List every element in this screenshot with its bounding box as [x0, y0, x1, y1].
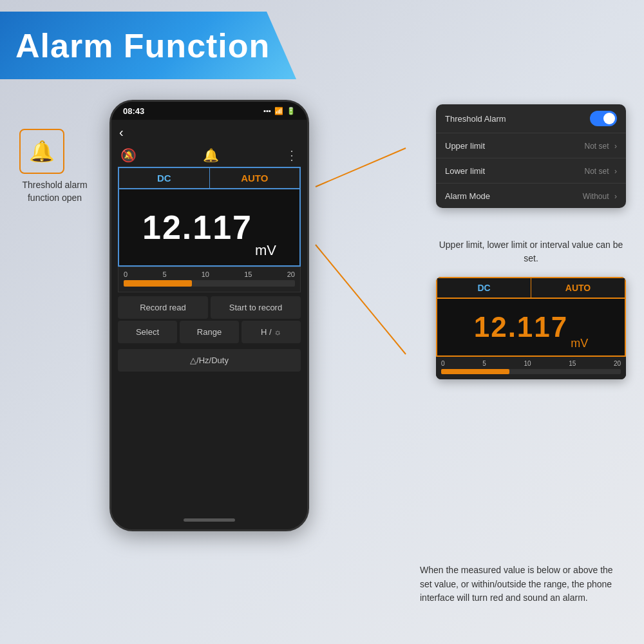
scale-10: 10 — [202, 270, 209, 278]
mini-scale-0: 0 — [441, 360, 445, 367]
hold-light-button[interactable]: H / ☼ — [242, 321, 301, 343]
phone-status-icons: ▪▪▪ 📶 🔋 — [263, 107, 296, 115]
mini-scale-20: 20 — [614, 360, 621, 367]
scale-numbers: 0 5 10 15 20 — [124, 270, 295, 278]
alarm-mode-chevron: › — [614, 192, 617, 201]
scale-5: 5 — [162, 270, 166, 278]
mini-scale-track — [441, 369, 621, 374]
scale-15: 15 — [244, 270, 252, 278]
mute-icon[interactable]: 🔕 — [120, 147, 137, 163]
scale-0: 0 — [124, 270, 128, 278]
upper-limit-label: Upper limit — [445, 141, 485, 151]
scale-fill — [124, 280, 192, 287]
scale-20: 20 — [287, 270, 295, 278]
phone-mockup: 08:43 ▪▪▪ 📶 🔋 ‹ 🔕 🔔 ⋮ DC AUTO 12.117 mV — [109, 100, 309, 531]
alarm-mode-value: Without — [583, 192, 609, 201]
mini-tab-auto[interactable]: AUTO — [531, 278, 625, 298]
alarm-mode-row[interactable]: Alarm Mode Without › — [436, 184, 626, 208]
alarm-bell-icon: 🔔 — [29, 139, 55, 164]
range-button[interactable]: Range — [180, 321, 239, 343]
upper-limit-chevron: › — [614, 142, 617, 151]
home-bar — [184, 518, 235, 522]
battery-icon: 🔋 — [287, 107, 296, 115]
tab-auto[interactable]: AUTO — [210, 168, 300, 188]
tab-dc[interactable]: DC — [119, 168, 210, 188]
button-row-3: △/Hz/Duty — [118, 349, 301, 372]
mini-scale-15: 15 — [569, 360, 576, 367]
mini-measurement-unit: mV — [571, 337, 588, 355]
threshold-alarm-label: Threshold Alarm — [445, 114, 506, 124]
header-banner: Alarm Function — [0, 12, 296, 79]
phone-body: ‹ 🔕 🔔 ⋮ DC AUTO 12.117 mV 0 5 10 15 20 — [111, 120, 307, 529]
mini-scale-bar: 0 5 10 15 20 — [436, 357, 626, 379]
lower-limit-value: Not set — [585, 167, 609, 176]
scale-track — [124, 280, 295, 287]
button-row-1: Record read Start to record — [118, 296, 301, 319]
record-read-button[interactable]: Record read — [118, 296, 208, 319]
mini-scale-5: 5 — [482, 360, 486, 367]
back-button[interactable]: ‹ — [119, 125, 124, 140]
scale-bar: 0 5 10 15 20 — [118, 267, 301, 292]
mini-tabs: DC AUTO — [436, 277, 626, 299]
measurement-display: 12.117 mV — [118, 189, 301, 267]
measurement-value: 12.117 — [142, 208, 252, 247]
start-record-button[interactable]: Start to record — [211, 296, 301, 319]
upper-limit-value: Not set — [585, 142, 609, 151]
lower-limit-label: Lower limit — [445, 166, 485, 176]
wifi-icon: 📶 — [274, 107, 283, 115]
lower-limit-row[interactable]: Lower limit Not set › — [436, 158, 626, 184]
toggle-knob — [603, 113, 615, 124]
hz-duty-button[interactable]: △/Hz/Duty — [118, 349, 301, 372]
upper-limit-value-area: Not set › — [585, 140, 617, 151]
lower-limit-chevron: › — [614, 167, 617, 176]
mini-scale-numbers: 0 5 10 15 20 — [441, 360, 621, 367]
signal-icon: ▪▪▪ — [263, 107, 271, 115]
threshold-description: Upper limit, lower limit or interval val… — [436, 238, 626, 265]
mini-phone-display: DC AUTO 12.117 mV 0 5 10 15 20 — [436, 277, 626, 379]
page-title: Alarm Function — [15, 26, 270, 65]
phone-topbar: ‹ — [111, 120, 307, 145]
threshold-panel: Threshold Alarm Upper limit Not set › Lo… — [436, 104, 626, 208]
threshold-alarm-row: Threshold Alarm — [436, 104, 626, 133]
mini-scale-10: 10 — [524, 360, 531, 367]
threshold-toggle[interactable] — [590, 111, 617, 126]
more-options-icon[interactable]: ⋮ — [285, 147, 298, 163]
mini-measurement-value: 12.117 — [474, 311, 569, 343]
upper-limit-row[interactable]: Upper limit Not set › — [436, 133, 626, 158]
phone-status-bar: 08:43 ▪▪▪ 📶 🔋 — [111, 102, 307, 120]
alarm-mode-value-area: Without › — [583, 190, 617, 202]
phone-toolbar: 🔕 🔔 ⋮ — [111, 145, 307, 167]
mini-scale-fill — [441, 369, 509, 374]
alarm-mode-label: Alarm Mode — [445, 191, 490, 201]
mini-value-area: 12.117 mV — [436, 299, 626, 357]
phone-time: 08:43 — [123, 106, 144, 116]
lower-limit-value-area: Not set › — [585, 165, 617, 176]
button-row-2: Select Range H / ☼ — [118, 321, 301, 343]
bottom-description: When the measured value is below or abov… — [420, 564, 626, 605]
select-button[interactable]: Select — [118, 321, 177, 343]
alarm-label: Threshold alarm function open — [13, 179, 97, 204]
alarm-set-icon[interactable]: 🔔 — [203, 147, 219, 163]
measurement-tabs: DC AUTO — [118, 167, 301, 189]
measurement-unit: mV — [255, 242, 276, 265]
mini-tab-dc[interactable]: DC — [437, 278, 531, 298]
alarm-icon-box: 🔔 — [19, 129, 64, 174]
home-bar-area — [111, 513, 307, 529]
